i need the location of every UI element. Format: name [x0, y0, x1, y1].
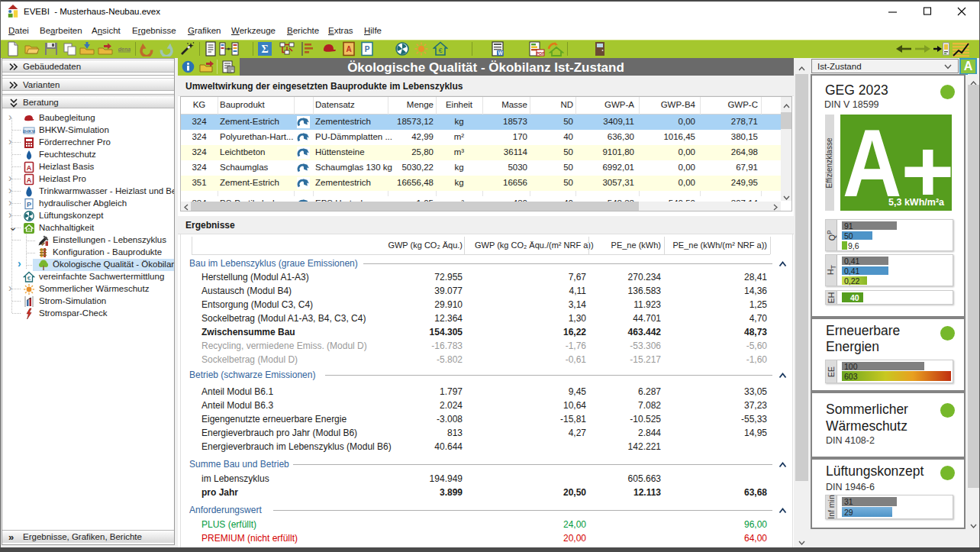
svg-text:PDF: PDF: [537, 51, 546, 56]
svg-text:A: A: [27, 164, 32, 172]
svg-text:W: W: [498, 50, 503, 56]
svg-text:A: A: [346, 45, 351, 53]
svg-text:dena: dena: [118, 47, 131, 52]
svg-text:A: A: [27, 176, 32, 184]
svg-text:P: P: [27, 201, 31, 208]
svg-text:€: €: [438, 47, 442, 54]
svg-text:P: P: [365, 45, 370, 53]
svg-text:Σ: Σ: [261, 44, 268, 55]
svg-text:BHKW: BHKW: [23, 129, 35, 134]
